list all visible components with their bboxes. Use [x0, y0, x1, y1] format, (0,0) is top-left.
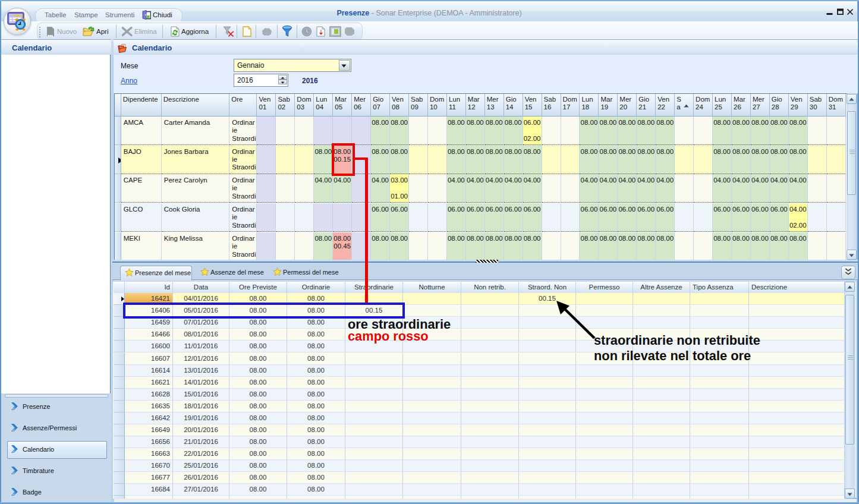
detail-cell[interactable]: [576, 377, 633, 389]
calendar-day-cell[interactable]: 08.00: [504, 145, 523, 174]
calendar-day-cell[interactable]: 08.00: [580, 116, 599, 146]
calendar-day-cell[interactable]: [409, 145, 428, 174]
calendar-day-cell[interactable]: [276, 232, 295, 260]
calendar-day-cell[interactable]: 04.00: [599, 174, 618, 203]
detail-cell[interactable]: 16459: [125, 317, 173, 329]
calendar-day-cell[interactable]: 06.00: [466, 203, 485, 232]
calendar-day-cell[interactable]: 08.00: [770, 232, 789, 260]
calendar-column-header[interactable]: Ore: [229, 94, 257, 116]
detail-cell[interactable]: 08.00: [287, 377, 345, 389]
calendar-day-cell[interactable]: 08.00: [789, 145, 808, 174]
calendar-day-cell[interactable]: 04.00: [466, 174, 485, 203]
calendar-day-cell[interactable]: 08.00: [504, 232, 523, 260]
tab-options-button[interactable]: [841, 266, 855, 279]
detail-cell[interactable]: 22/01/2016: [173, 448, 229, 460]
calendar-day-cell[interactable]: [808, 203, 827, 232]
menu-stampe[interactable]: Stampe: [74, 11, 98, 18]
calendar-column-header[interactable]: Dipendente: [121, 94, 162, 116]
detail-cell[interactable]: [345, 424, 403, 436]
detail-cell[interactable]: [403, 401, 461, 412]
calendar-day-cell[interactable]: [314, 203, 333, 232]
detail-cell[interactable]: [576, 472, 633, 484]
detail-cell[interactable]: [519, 436, 576, 448]
calendar-day-cell[interactable]: [333, 116, 352, 146]
detail-cell[interactable]: 08.00: [229, 401, 287, 412]
detail-cell[interactable]: 08.00: [229, 365, 287, 377]
day-column-header[interactable]: Dom10: [428, 94, 447, 116]
calendar-day-cell[interactable]: 08.00: [314, 145, 333, 174]
calendar-day-cell[interactable]: [827, 174, 846, 203]
calendar-day-cell[interactable]: 08.00: [523, 145, 542, 174]
calendar-day-cell[interactable]: 08.00: [789, 232, 808, 260]
calendar-day-cell[interactable]: [675, 232, 694, 260]
calendar-day-cell[interactable]: 06.00: [523, 203, 542, 232]
detail-cell[interactable]: [461, 353, 519, 365]
detail-cell[interactable]: 08.00: [287, 460, 345, 472]
calendar-day-cell[interactable]: [428, 145, 447, 174]
calendar-day-cell[interactable]: [675, 145, 694, 174]
day-column-header[interactable]: Lun11: [447, 94, 466, 116]
maximize-button[interactable]: [836, 8, 844, 15]
detail-cell[interactable]: 08.00: [229, 460, 287, 472]
detail-cell[interactable]: [690, 305, 749, 317]
detail-cell[interactable]: [633, 412, 690, 424]
calendar-day-cell[interactable]: 04.0002.00: [789, 203, 808, 232]
detail-cell[interactable]: [345, 460, 403, 472]
detail-cell[interactable]: [461, 341, 519, 352]
detail-cell[interactable]: [576, 460, 633, 472]
detail-cell[interactable]: 08.00: [229, 329, 287, 341]
calendar-day-cell[interactable]: 08.00: [371, 232, 390, 260]
calendar-day-cell[interactable]: [409, 203, 428, 232]
calendar-day-cell[interactable]: 08.00: [485, 232, 504, 260]
detail-cell[interactable]: [403, 460, 461, 472]
calendar-day-cell[interactable]: 06.00: [770, 203, 789, 232]
ore-type-cell[interactable]: OrdinarieStraordi: [229, 232, 257, 260]
calendar-day-cell[interactable]: 04.00: [751, 174, 770, 203]
calendar-day-cell[interactable]: 08.00: [599, 145, 618, 174]
anno-spinner[interactable]: 2016: [234, 74, 288, 87]
calendar-day-cell[interactable]: 08.00: [504, 116, 523, 146]
calendar-day-cell[interactable]: [295, 174, 314, 203]
calendar-day-cell[interactable]: [428, 174, 447, 203]
row-header[interactable]: [115, 116, 121, 146]
detail-column-header[interactable]: Data: [173, 282, 229, 293]
detail-cell[interactable]: [749, 460, 845, 472]
detail-cell[interactable]: [461, 317, 519, 329]
calendar-day-cell[interactable]: 04.00: [333, 174, 352, 203]
calendar-day-cell[interactable]: [276, 203, 295, 232]
calendar-day-cell[interactable]: 06.00: [713, 203, 732, 232]
calendar-day-cell[interactable]: [352, 116, 371, 146]
spin-up-button[interactable]: [278, 75, 287, 80]
employee-code-cell[interactable]: BAJO: [121, 145, 162, 174]
detail-cell[interactable]: 16642: [125, 412, 173, 424]
detail-cell[interactable]: [461, 389, 519, 401]
calendar-day-cell[interactable]: 04.00: [656, 174, 675, 203]
calendar-day-cell[interactable]: 04.00: [713, 174, 732, 203]
calendar-day-cell[interactable]: [314, 116, 333, 146]
export-page-icon[interactable]: [316, 26, 325, 37]
detail-column-header[interactable]: Straordinarie: [345, 282, 403, 293]
detail-column-header[interactable]: Notturne: [403, 282, 461, 293]
calendar-day-cell[interactable]: [542, 203, 561, 232]
detail-cell[interactable]: [345, 377, 403, 389]
detail-cell[interactable]: 08.00: [287, 341, 345, 352]
calendar-day-cell[interactable]: 08.00: [637, 232, 656, 260]
detail-cell[interactable]: [403, 389, 461, 401]
calendar-day-cell[interactable]: 06.00: [599, 203, 618, 232]
detail-cell[interactable]: 16649: [125, 424, 173, 436]
detail-cell[interactable]: [576, 448, 633, 460]
scroll-down-button[interactable]: [845, 489, 855, 499]
detail-cell[interactable]: 16614: [125, 365, 173, 377]
calendar-day-cell[interactable]: 08.00: [713, 116, 732, 146]
calendar-day-cell[interactable]: 08.00: [713, 232, 732, 260]
detail-cell[interactable]: 08.00: [287, 424, 345, 436]
calendar-day-cell[interactable]: 08.00: [466, 232, 485, 260]
detail-cell[interactable]: [690, 460, 749, 472]
calendar-day-cell[interactable]: 08.00: [523, 232, 542, 260]
detail-cell[interactable]: [633, 484, 690, 496]
detail-cell[interactable]: [576, 436, 633, 448]
detail-cell[interactable]: [690, 412, 749, 424]
detail-cell[interactable]: [345, 448, 403, 460]
detail-cell[interactable]: [749, 412, 845, 424]
calendar-day-cell[interactable]: 06.00: [580, 203, 599, 232]
